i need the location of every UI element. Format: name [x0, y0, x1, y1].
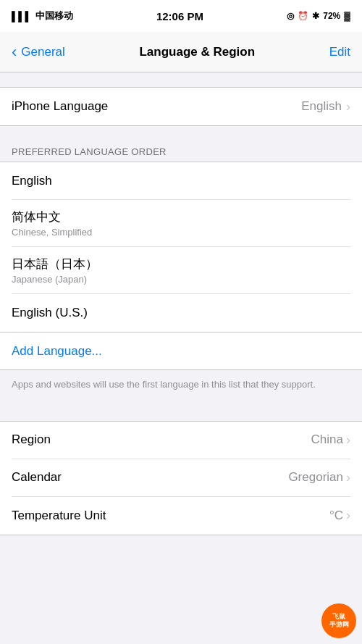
language-name: 简体中文: [12, 209, 350, 225]
chevron-right-icon: ›: [346, 432, 350, 448]
battery-icon: ▓: [344, 11, 350, 21]
nav-back-label: General: [21, 45, 64, 59]
list-item[interactable]: 日本語（日本） Japanese (Japan): [12, 247, 350, 294]
iphone-language-row[interactable]: iPhone Language English ›: [12, 88, 350, 125]
carrier-label: 中国移动: [35, 9, 73, 22]
region-label: Region: [12, 432, 51, 447]
language-name: 日本語（日本）: [12, 256, 350, 272]
calendar-value: Gregorian: [288, 470, 343, 485]
list-item[interactable]: English (U.S.): [12, 294, 350, 332]
region-value: China: [311, 432, 343, 447]
list-item[interactable]: 简体中文 Chinese, Simplified: [12, 200, 350, 247]
status-right: ◎ ⏰ ✱ 72% ▓: [287, 11, 350, 21]
status-time: 12:06 PM: [156, 10, 203, 22]
alarm-icon: ⏰: [298, 11, 308, 21]
language-subtitle: Japanese (Japan): [12, 274, 350, 285]
status-carrier: ▌▌▌ 中国移动: [12, 9, 73, 22]
footer-note: Apps and websites will use the first lan…: [0, 370, 362, 406]
nav-bar: ‹ General Language & Region Edit: [0, 32, 362, 72]
language-list: English 简体中文 Chinese, Simplified 日本語（日本）…: [0, 162, 362, 333]
bluetooth-icon: ✱: [312, 11, 319, 21]
temperature-row[interactable]: Temperature Unit °C ›: [12, 497, 350, 535]
chevron-right-icon: ›: [346, 99, 350, 114]
preferred-language-header: PREFERRED LANGUAGE ORDER: [0, 141, 362, 162]
location-icon: ◎: [287, 11, 294, 21]
language-name: English (U.S.): [12, 306, 350, 320]
chevron-right-icon: ›: [346, 508, 350, 523]
list-item[interactable]: English: [12, 162, 350, 200]
region-value-container: China ›: [311, 432, 350, 448]
temperature-value-container: °C ›: [329, 508, 350, 523]
iphone-language-value-container: English ›: [301, 99, 350, 114]
region-row[interactable]: Region China ›: [12, 422, 350, 459]
nav-title: Language & Region: [139, 45, 255, 59]
language-subtitle: Chinese, Simplified: [12, 227, 350, 238]
add-language-label: Add Language...: [12, 344, 102, 359]
temperature-value: °C: [329, 509, 343, 523]
calendar-row[interactable]: Calendar Gregorian ›: [12, 459, 350, 497]
settings-section: Region China › Calendar Gregorian › Temp…: [0, 421, 362, 535]
status-bar: ▌▌▌ 中国移动 12:06 PM ◎ ⏰ ✱ 72% ▓: [0, 0, 362, 32]
preferred-language-section: PREFERRED LANGUAGE ORDER English 简体中文 Ch…: [0, 141, 362, 406]
calendar-value-container: Gregorian ›: [288, 470, 350, 485]
add-language-row[interactable]: Add Language...: [0, 333, 362, 370]
battery-label: 72%: [323, 11, 340, 21]
iphone-language-section: iPhone Language English ›: [0, 87, 362, 126]
nav-back-button[interactable]: ‹ General: [12, 44, 65, 60]
watermark: 飞鼠手游网: [321, 603, 356, 638]
calendar-label: Calendar: [12, 470, 62, 485]
nav-edit-button[interactable]: Edit: [329, 45, 350, 59]
content: iPhone Language English › PREFERRED LANG…: [0, 72, 362, 535]
iphone-language-value: English: [301, 99, 342, 114]
signal-bars: ▌▌▌: [12, 11, 32, 22]
chevron-right-icon: ›: [346, 470, 350, 485]
temperature-label: Temperature Unit: [12, 509, 106, 523]
chevron-left-icon: ‹: [12, 44, 17, 60]
language-name: English: [12, 174, 350, 188]
iphone-language-label: iPhone Language: [12, 99, 108, 114]
